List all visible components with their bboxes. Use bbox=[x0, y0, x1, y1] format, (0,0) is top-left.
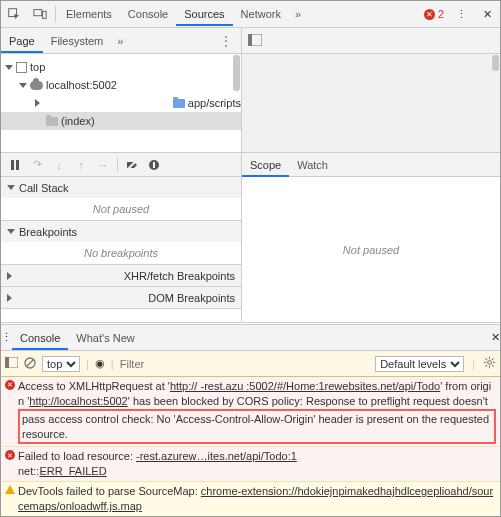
more-nav-icon[interactable]: » bbox=[111, 35, 129, 47]
console-error-row[interactable]: ✕ Access to XMLHttpRequest at 'http:// -… bbox=[1, 377, 500, 447]
deactivate-breakpoints-icon[interactable] bbox=[122, 155, 142, 175]
section-header[interactable]: XHR/fetch Breakpoints bbox=[1, 265, 241, 286]
error-text: Access to XMLHttpRequest at 'http:// -re… bbox=[18, 379, 496, 444]
tab-network[interactable]: Network bbox=[233, 2, 289, 26]
chevron-down-icon bbox=[7, 229, 15, 234]
console-error-row[interactable]: ✕ Failed to load resource: -rest.azurew…… bbox=[1, 447, 500, 482]
log-levels-select[interactable]: Default levels bbox=[375, 356, 464, 372]
scrollbar-thumb[interactable] bbox=[233, 55, 240, 91]
filter-input[interactable] bbox=[120, 358, 180, 370]
tree-row-file[interactable]: (index) bbox=[1, 112, 241, 130]
scrollbar-thumb[interactable] bbox=[492, 55, 499, 71]
drawer-tab-whatsnew[interactable]: What's New bbox=[68, 326, 142, 350]
error-count-badge[interactable]: ✕2 bbox=[424, 8, 444, 20]
kebab-menu-icon[interactable]: ⋮ bbox=[1, 331, 12, 344]
svg-rect-11 bbox=[5, 357, 9, 368]
debug-controls: ↷ ↓ ↑ → bbox=[1, 153, 241, 177]
drawer-tab-console[interactable]: Console bbox=[12, 326, 68, 350]
step-over-icon[interactable]: ↷ bbox=[27, 155, 47, 175]
divider bbox=[55, 6, 56, 22]
sources-upper: Page Filesystem » ⋮ top localhost:5002 a… bbox=[1, 28, 500, 153]
debugger-sidebar: ↷ ↓ ↑ → Call Stack Not paused Breakpoint… bbox=[1, 153, 242, 322]
tab-filesystem[interactable]: Filesystem bbox=[43, 29, 112, 53]
pause-on-exceptions-icon[interactable] bbox=[144, 155, 164, 175]
frame-icon bbox=[16, 62, 27, 73]
chevron-down-icon bbox=[5, 65, 13, 70]
svg-rect-1 bbox=[34, 10, 42, 16]
svg-line-19 bbox=[485, 358, 487, 360]
editor-area[interactable] bbox=[242, 54, 500, 152]
svg-line-20 bbox=[492, 365, 494, 367]
tree-row-folder[interactable]: app/scripts bbox=[1, 94, 241, 112]
tab-page[interactable]: Page bbox=[1, 29, 43, 53]
pause-icon[interactable] bbox=[5, 155, 25, 175]
chevron-down-icon bbox=[19, 83, 27, 88]
svg-rect-4 bbox=[248, 34, 252, 46]
chevron-down-icon bbox=[7, 185, 15, 190]
step-into-icon[interactable]: ↓ bbox=[49, 155, 69, 175]
warning-text: DevTools failed to parse SourceMap: chro… bbox=[18, 484, 496, 514]
section-header[interactable]: Breakpoints bbox=[1, 221, 241, 242]
inspect-element-icon[interactable] bbox=[1, 1, 27, 27]
breakpoints-section: Breakpoints No breakpoints bbox=[1, 221, 241, 265]
step-icon[interactable]: → bbox=[93, 155, 113, 175]
tab-sources[interactable]: Sources bbox=[176, 2, 232, 26]
svg-rect-5 bbox=[11, 160, 14, 170]
svg-line-13 bbox=[26, 359, 34, 367]
chevron-right-icon bbox=[7, 272, 120, 280]
eye-icon[interactable]: ◉ bbox=[95, 357, 105, 370]
error-text: Failed to load resource: -rest.azurew…it… bbox=[18, 449, 496, 479]
tab-console[interactable]: Console bbox=[120, 2, 176, 26]
xhr-breakpoints-section: XHR/fetch Breakpoints bbox=[1, 265, 241, 287]
folder-icon bbox=[173, 99, 185, 108]
scope-pane: Scope Watch Not paused bbox=[242, 153, 500, 322]
svg-rect-9 bbox=[153, 162, 155, 168]
svg-line-22 bbox=[485, 365, 487, 367]
close-icon[interactable]: ✕ bbox=[491, 331, 500, 344]
debugger-panes: ↷ ↓ ↑ → Call Stack Not paused Breakpoint… bbox=[1, 153, 500, 323]
error-icon: ✕ bbox=[5, 450, 15, 460]
dom-breakpoints-section: DOM Breakpoints bbox=[1, 287, 241, 309]
tree-row-host[interactable]: localhost:5002 bbox=[1, 76, 241, 94]
section-body: Not paused bbox=[1, 198, 241, 220]
scope-tabs: Scope Watch bbox=[242, 153, 500, 177]
svg-rect-6 bbox=[16, 160, 19, 170]
cloud-icon bbox=[30, 81, 43, 90]
tab-elements[interactable]: Elements bbox=[58, 2, 120, 26]
console-drawer: ⋮ Console What's New ✕ top | ◉ | Default… bbox=[1, 324, 500, 516]
tab-watch[interactable]: Watch bbox=[289, 153, 336, 177]
editor-tabbar bbox=[242, 28, 500, 54]
gear-icon[interactable] bbox=[483, 356, 496, 371]
clear-console-icon[interactable] bbox=[24, 357, 36, 371]
navigator-pane: Page Filesystem » ⋮ top localhost:5002 a… bbox=[1, 28, 242, 152]
svg-rect-2 bbox=[43, 11, 47, 18]
svg-line-21 bbox=[492, 358, 494, 360]
folder-icon bbox=[46, 117, 58, 126]
console-messages: ✕ Access to XMLHttpRequest at 'http:// -… bbox=[1, 377, 500, 516]
context-select[interactable]: top bbox=[42, 356, 80, 372]
more-tabs-icon[interactable]: » bbox=[289, 8, 307, 20]
callstack-section: Call Stack Not paused bbox=[1, 177, 241, 221]
navigator-tabs: Page Filesystem » ⋮ bbox=[1, 28, 241, 54]
divider bbox=[117, 158, 118, 172]
console-warning-row[interactable]: DevTools failed to parse SourceMap: chro… bbox=[1, 482, 500, 516]
step-out-icon[interactable]: ↑ bbox=[71, 155, 91, 175]
close-icon[interactable]: ✕ bbox=[474, 1, 500, 27]
section-header[interactable]: DOM Breakpoints bbox=[1, 287, 241, 308]
scope-body: Not paused bbox=[242, 177, 500, 322]
kebab-menu-icon[interactable]: ⋮ bbox=[211, 33, 241, 49]
device-toolbar-icon[interactable] bbox=[27, 1, 53, 27]
sidebar-toggle-icon[interactable] bbox=[248, 34, 262, 48]
svg-point-14 bbox=[488, 361, 492, 365]
tab-scope[interactable]: Scope bbox=[242, 153, 289, 177]
sidebar-toggle-icon[interactable] bbox=[5, 357, 18, 370]
warning-icon bbox=[5, 485, 15, 494]
error-icon: ✕ bbox=[5, 380, 15, 390]
devtools-topbar: Elements Console Sources Network » ✕2 ⋮ … bbox=[1, 1, 500, 28]
drawer-header: ⋮ Console What's New ✕ bbox=[1, 325, 500, 351]
section-body: No breakpoints bbox=[1, 242, 241, 264]
section-header[interactable]: Call Stack bbox=[1, 177, 241, 198]
tree-row-top[interactable]: top bbox=[1, 58, 241, 76]
kebab-menu-icon[interactable]: ⋮ bbox=[448, 1, 474, 27]
console-filter-bar: top | ◉ | Default levels | bbox=[1, 351, 500, 377]
